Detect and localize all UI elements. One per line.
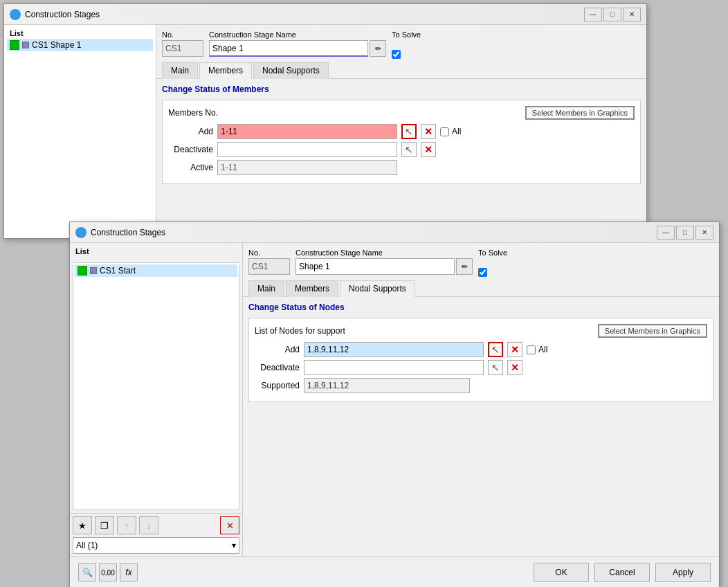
active-input-1[interactable] <box>217 160 397 175</box>
members-no-label: Members No. <box>168 108 218 118</box>
maximize-btn-2[interactable]: □ <box>676 226 694 240</box>
window-1: 🌐 Construction Stages — □ ✕ List CS1 Sha… <box>3 3 647 239</box>
close-btn-2[interactable]: ✕ <box>695 226 713 240</box>
bottom-buttons: 🔍 0,00 fx OK Cancel Apply <box>70 557 719 587</box>
edit-btn[interactable]: ✏ <box>370 40 386 57</box>
number-btn[interactable]: 0,00 <box>99 563 117 581</box>
deact-cursor-btn-1[interactable]: ↖ <box>401 142 417 157</box>
tab-main-1[interactable]: Main <box>162 62 198 79</box>
deactivate-label-1: Deactivate <box>168 145 213 154</box>
select-graphics-btn-2[interactable]: Select Members in Graphics <box>598 324 707 338</box>
tab-nodal-2[interactable]: Nodal Supports <box>340 280 415 297</box>
ok-btn[interactable]: OK <box>534 563 589 582</box>
add-cursor-btn-2[interactable]: ↖ <box>488 342 503 357</box>
no-input-2[interactable] <box>248 258 290 275</box>
fx-btn[interactable]: fx <box>120 563 138 581</box>
all-checkbox-1[interactable] <box>440 127 449 136</box>
all-dropdown-label: All (1) <box>76 541 98 550</box>
tab-content-1: Change Status of Members Members No. Sel… <box>156 79 646 238</box>
all-checkbox-row-1: All <box>440 127 461 136</box>
add-cursor-btn-1[interactable]: ↖ <box>401 124 417 139</box>
tosolve-checkbox[interactable] <box>392 50 401 59</box>
toolbar-btn-up[interactable]: ↑ <box>117 516 136 534</box>
cancel-btn[interactable]: Cancel <box>594 563 650 582</box>
deact-cursor-btn-2[interactable]: ↖ <box>488 360 503 375</box>
window-2-content: List CS1 Start ★ ❐ ↑ ↓ <box>70 243 719 587</box>
list-item-label: CS1 Shape 1 <box>32 40 81 50</box>
item-color-green-2 <box>78 266 87 276</box>
add-label-1: Add <box>168 127 213 136</box>
supported-input <box>304 378 470 393</box>
deact-clear-btn-1[interactable]: ✕ <box>421 142 436 157</box>
cursor-icon-1: ↖ <box>405 126 413 137</box>
deact-clear-btn-2[interactable]: ✕ <box>507 360 522 375</box>
item-color-gray-2 <box>90 267 97 274</box>
cursor-icon-4: ↖ <box>491 362 500 373</box>
left-panel-1: List CS1 Shape 1 <box>4 25 156 238</box>
tab-nodal-1[interactable]: Nodal Supports <box>253 62 329 79</box>
list-item-label-2: CS1 Start <box>100 266 136 276</box>
all-checkbox-row-2: All <box>527 345 547 354</box>
tab-main-2[interactable]: Main <box>248 280 284 297</box>
titlebar-buttons-1: — □ ✕ <box>584 8 641 21</box>
select-graphics-btn-1[interactable]: Select Members in Graphics <box>525 106 635 120</box>
tab-members-1[interactable]: Members <box>199 62 252 79</box>
maximize-btn-1[interactable]: □ <box>603 8 621 21</box>
name-input-2[interactable] <box>295 258 455 275</box>
add-clear-btn-1[interactable]: ✕ <box>421 124 436 139</box>
apply-btn[interactable]: Apply <box>655 563 711 582</box>
deactivate-input-2[interactable] <box>304 360 484 375</box>
minimize-btn-2[interactable]: — <box>657 226 675 240</box>
deactivate-row-1: Deactivate ↖ ✕ <box>168 142 635 157</box>
active-label-1: Active <box>168 163 213 172</box>
list-item-cs1[interactable]: CS1 Shape 1 <box>7 39 153 51</box>
deactivate-label-2: Deactivate <box>255 363 300 372</box>
tosolve-label-2: To Solve <box>478 249 507 257</box>
titlebar-2: 🌐 Construction Stages — □ ✕ <box>70 222 719 243</box>
search-btn[interactable]: 🔍 <box>78 563 96 581</box>
app-icon-1: 🌐 <box>10 9 21 20</box>
no-input[interactable] <box>162 40 203 57</box>
all-label-2: All <box>538 345 547 354</box>
header-row-1: No. Construction Stage Name ✏ To Solve <box>156 25 646 62</box>
list-label-1: List <box>7 28 153 39</box>
section-title-2: Change Status of Nodes <box>248 302 713 312</box>
name-label-2: Construction Stage Name <box>295 249 473 257</box>
all-dropdown[interactable]: All (1) ▾ <box>73 537 239 554</box>
no-label-2: No. <box>248 249 290 257</box>
toolbar-btn-down[interactable]: ↓ <box>139 516 158 534</box>
x-icon-2: ✕ <box>424 144 433 155</box>
window-2-main: List CS1 Start ★ ❐ ↑ ↓ <box>70 243 719 557</box>
toolbar-btn-star[interactable]: ★ <box>73 516 92 534</box>
titlebar-1: 🌐 Construction Stages — □ ✕ <box>4 4 646 25</box>
deactivate-input-1[interactable] <box>217 142 397 157</box>
name-field-group: Construction Stage Name ✏ <box>209 30 386 57</box>
minimize-btn-1[interactable]: — <box>584 8 602 21</box>
all-label-1: All <box>452 127 461 136</box>
window-1-title: Construction Stages <box>25 10 580 19</box>
item-color-gray <box>22 42 29 48</box>
add-clear-btn-2[interactable]: ✕ <box>507 342 522 357</box>
deactivate-row-2: Deactivate ↖ ✕ <box>255 360 707 375</box>
add-input-2[interactable] <box>304 342 484 357</box>
name-input[interactable] <box>209 40 368 57</box>
no-label: No. <box>162 30 203 39</box>
x-icon-4: ✕ <box>511 362 519 373</box>
list-item-cs1-2[interactable]: CS1 Start <box>75 264 237 277</box>
tabs-bar-2: Main Members Nodal Supports <box>243 280 719 297</box>
edit-btn-2[interactable]: ✏ <box>456 258 473 275</box>
all-checkbox-2[interactable] <box>527 345 536 354</box>
right-panel-2: No. Construction Stage Name ✏ To Solve <box>243 243 719 557</box>
tab-content-2: Change Status of Nodes List of Nodes for… <box>243 297 719 557</box>
members-area-1: Members No. Select Members in Graphics A… <box>162 100 641 184</box>
supported-row: Supported <box>255 378 707 393</box>
window-2-title: Construction Stages <box>91 228 653 237</box>
tab-members-2[interactable]: Members <box>286 280 338 297</box>
add-input-1[interactable] <box>217 124 397 139</box>
app-icon-2: 🌐 <box>75 227 87 238</box>
tosolve-checkbox-2[interactable] <box>478 268 487 277</box>
close-btn-1[interactable]: ✕ <box>623 8 641 21</box>
toolbar-btn-delete[interactable]: ✕ <box>220 516 239 534</box>
name-label: Construction Stage Name <box>209 30 386 39</box>
toolbar-btn-copy[interactable]: ❐ <box>95 516 114 534</box>
